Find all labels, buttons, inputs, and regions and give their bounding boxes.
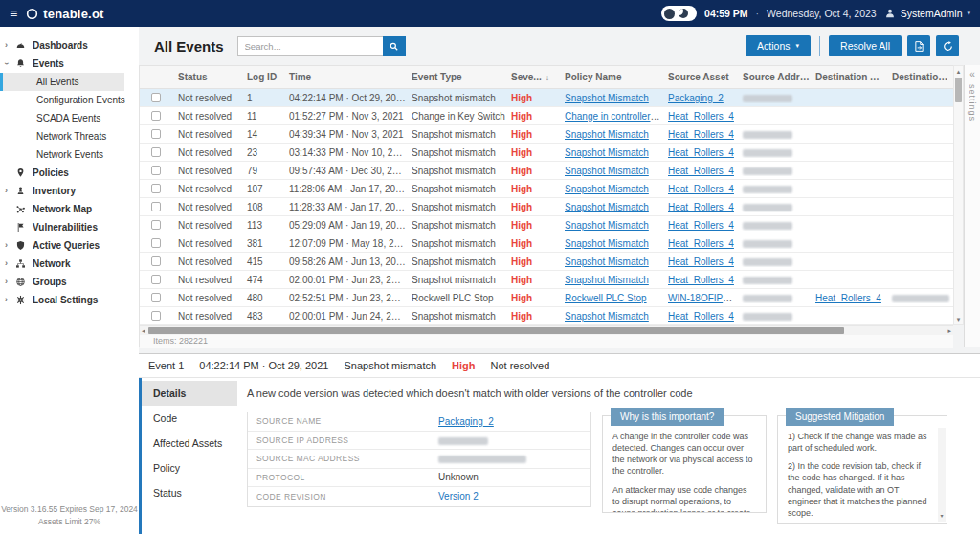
theme-toggle[interactable]	[661, 6, 697, 21]
expand-chevron-icon[interactable]: ›	[0, 187, 12, 195]
sidebar-item-vulnerabilities[interactable]: Vulnerabilities	[0, 218, 139, 236]
source-asset-link[interactable]: Heat_Rollers_4	[668, 147, 734, 158]
policy-link[interactable]: Snapshot Mismatch	[565, 129, 649, 140]
actions-button[interactable]: Actions ▾	[746, 35, 811, 56]
sidebar-subitem-scada-events[interactable]: SCADA Events	[0, 109, 139, 127]
row-checkbox[interactable]	[151, 238, 161, 248]
table-row[interactable]: Not resolved48302:00:01 PM · Jun 24, 202…	[140, 307, 953, 325]
source-asset-link[interactable]: Packaging_2	[668, 93, 724, 103]
policy-link[interactable]: Rockwell PLC Stop	[565, 293, 647, 303]
row-checkbox[interactable]	[151, 220, 161, 230]
table-row[interactable]: Not resolved47402:00:01 PM · Jun 23, 202…	[140, 271, 953, 289]
sidebar-item-inventory[interactable]: ›Inventory	[0, 182, 139, 200]
table-row[interactable]: Not resolved10811:28:33 AM · Jan 17, 202…	[140, 198, 953, 216]
column-header-source-asset[interactable]: Source Asset	[662, 72, 737, 82]
field-value-link[interactable]: Packaging_2	[438, 416, 494, 427]
source-asset-link[interactable]: Heat_Rollers_4	[668, 275, 734, 285]
detail-tab-code[interactable]: Code	[142, 406, 237, 431]
user-menu[interactable]: SystemAdmin ▾	[884, 8, 970, 19]
sidebar-item-dashboards[interactable]: ›Dashboards	[0, 36, 139, 55]
row-checkbox[interactable]	[151, 293, 161, 302]
column-header-destination-asset[interactable]: Destination Asset	[810, 72, 886, 82]
sidebar-item-groups[interactable]: ›Groups	[0, 273, 139, 291]
horizontal-scrollbar[interactable]: ◂ ▸	[140, 325, 953, 335]
table-row[interactable]: Not resolved1404:39:34 PM · Nov 3, 2021S…	[140, 125, 953, 144]
policy-link[interactable]: Snapshot Mismatch	[565, 93, 649, 103]
scroll-down-icon[interactable]: ▾	[957, 315, 961, 323]
table-row[interactable]: Not resolved1101:52:27 PM · Nov 3, 2021C…	[140, 107, 953, 125]
field-value-link[interactable]: Version 2	[438, 491, 479, 501]
vertical-scrollbar[interactable]: ▴ ▾	[953, 65, 964, 325]
source-asset-link[interactable]: Heat_Rollers_4	[668, 129, 734, 140]
horizontal-scroll-thumb[interactable]	[148, 327, 845, 334]
column-header-policy-name[interactable]: Policy Name	[559, 72, 662, 82]
sidebar-item-events[interactable]: ›Events	[0, 55, 139, 73]
scroll-left-icon[interactable]: ◂	[142, 327, 145, 334]
refresh-button[interactable]	[936, 35, 959, 56]
policy-link[interactable]: Snapshot Mismatch	[565, 166, 649, 176]
column-header-event-type[interactable]: Event Type	[406, 72, 505, 82]
policy-link[interactable]: Snapshot Mismatch	[565, 311, 649, 322]
destination-asset-link[interactable]: Heat_Rollers_4	[815, 293, 881, 303]
column-header-log-id[interactable]: Log ID	[241, 72, 283, 82]
vertical-scroll-thumb[interactable]	[955, 78, 962, 102]
hamburger-menu-icon[interactable]: ≡	[10, 7, 17, 20]
table-row[interactable]: Not resolved48002:52:51 PM · Jun 23, 202…	[140, 289, 953, 307]
row-checkbox[interactable]	[151, 202, 161, 211]
sidebar-item-network[interactable]: ›Network	[0, 255, 139, 273]
source-asset-link[interactable]: Heat_Rollers_4	[668, 111, 734, 122]
export-button[interactable]	[907, 35, 930, 56]
table-row[interactable]: Not resolved10711:28:06 AM · Jan 17, 202…	[140, 180, 953, 198]
expand-chevron-icon[interactable]: ›	[0, 241, 12, 250]
column-header-severity[interactable]: Seve...↓	[505, 72, 559, 82]
row-checkbox[interactable]	[151, 93, 161, 102]
column-header-destination-address[interactable]: Destination Ad...	[886, 72, 953, 82]
column-header-source-address[interactable]: Source Address	[737, 72, 810, 82]
table-row[interactable]: Not resolved41509:58:26 AM · Jun 13, 202…	[140, 253, 953, 271]
source-asset-link[interactable]: Heat_Rollers_4	[668, 220, 734, 231]
resolve-all-button[interactable]: Resolve All	[829, 35, 902, 56]
expand-chevron-icon[interactable]: ›	[0, 296, 12, 304]
table-row[interactable]: Not resolved38112:07:09 PM · May 18, 202…	[140, 234, 953, 253]
expand-chevron-icon[interactable]: ›	[2, 57, 11, 70]
row-checkbox[interactable]	[151, 111, 161, 121]
source-asset-link[interactable]: Heat_Rollers_4	[668, 184, 734, 194]
policy-link[interactable]: Snapshot Mismatch	[565, 238, 649, 249]
policy-link[interactable]: Change in controller key ...	[565, 111, 662, 122]
table-row[interactable]: Not resolved104:22:14 PM · Oct 29, 2021S…	[140, 89, 953, 107]
sidebar-subitem-network-threats[interactable]: Network Threats	[0, 127, 139, 145]
detail-tab-status[interactable]: Status	[142, 480, 237, 505]
source-asset-link[interactable]: Heat_Rollers_4	[668, 311, 734, 322]
sidebar-item-local-settings[interactable]: ›Local Settings	[0, 291, 139, 309]
sidebar-item-policies[interactable]: Policies	[0, 164, 139, 182]
row-checkbox[interactable]	[151, 129, 161, 139]
sidebar-item-active-queries[interactable]: ›Active Queries	[0, 236, 139, 255]
policy-link[interactable]: Snapshot Mismatch	[565, 184, 649, 194]
detail-tab-affected-assets[interactable]: Affected Assets	[142, 431, 237, 456]
table-row[interactable]: Not resolved2303:14:33 PM · Nov 10, 2021…	[140, 144, 953, 162]
sidebar-item-network-map[interactable]: Network Map	[0, 200, 139, 218]
search-input[interactable]	[237, 36, 383, 56]
source-asset-link[interactable]: Heat_Rollers_4	[668, 238, 734, 249]
source-asset-link[interactable]: WIN-18OFIPB12H...	[668, 293, 737, 303]
detail-tab-details[interactable]: Details	[142, 381, 237, 406]
row-checkbox[interactable]	[151, 184, 161, 193]
policy-link[interactable]: Snapshot Mismatch	[565, 275, 649, 285]
row-checkbox[interactable]	[151, 311, 161, 321]
table-row[interactable]: Not resolved7909:57:43 AM · Dec 30, 2021…	[140, 162, 953, 180]
scroll-up-icon[interactable]: ▴	[957, 67, 961, 76]
sidebar-subitem-network-events[interactable]: Network Events	[0, 145, 139, 164]
mitigation-scrollbar[interactable]: ▾	[938, 428, 946, 522]
scroll-down-icon[interactable]: ▾	[940, 512, 943, 521]
expand-chevron-icon[interactable]: ›	[0, 41, 12, 50]
detail-tab-policy[interactable]: Policy	[142, 456, 237, 480]
policy-link[interactable]: Snapshot Mismatch	[565, 147, 649, 158]
source-asset-link[interactable]: Heat_Rollers_4	[668, 202, 734, 212]
expand-chevron-icon[interactable]: ›	[0, 278, 12, 286]
source-asset-link[interactable]: Heat_Rollers_4	[668, 256, 734, 267]
row-checkbox[interactable]	[151, 256, 161, 266]
table-row[interactable]: Not resolved11305:29:09 AM · Jan 19, 202…	[140, 216, 953, 234]
search-button[interactable]	[383, 36, 406, 56]
column-header-status[interactable]: Status	[172, 72, 241, 82]
column-header-time[interactable]: Time	[283, 72, 406, 82]
